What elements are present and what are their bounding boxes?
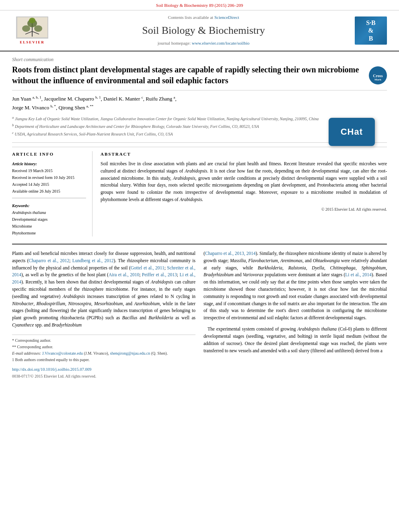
footnotes: * Corresponding author. ** Corresponding…	[12, 335, 195, 380]
crossmark-svg: Cross Mark	[371, 68, 385, 82]
authors-line: Jun Yuan a, b, 1, Jacqueline M. Chaparro…	[12, 94, 387, 112]
ref-gottel2011[interactable]: Gottel et al., 2011	[131, 265, 165, 270]
journal-right-logo: S·B&B	[355, 16, 387, 45]
affil-b-text: Department of Horticulture and Landscape…	[15, 124, 259, 129]
sbb-logo-letters: S·B&B	[366, 19, 376, 42]
body-para-1: Plants and soil beneficial microbes inte…	[12, 250, 195, 329]
elsevier-tree-svg	[17, 17, 47, 37]
article-body: Short communication Roots from distinct …	[0, 56, 399, 380]
email-shen[interactable]: shenqirong@njau.edu.cn	[110, 351, 150, 355]
body-para-2: (Chaparro et al., 2013, 2014). Similarly…	[204, 250, 387, 322]
received-date: Received 19 March 2015	[12, 167, 86, 174]
ref-peiffer2013[interactable]: Peiffer et al., 2013	[142, 272, 177, 277]
article-type-label: Short communication	[12, 56, 387, 63]
keyword-4: Phytohormone	[12, 230, 86, 236]
affil-c-text: USDA, Agricultural Research Services, So…	[15, 132, 173, 137]
main-col-right: (Chaparro et al., 2013, 2014). Similarly…	[204, 250, 387, 380]
journal-ref-text: Soil Biology & Biochemistry 89 (2015) 20…	[156, 3, 243, 8]
homepage-anchor[interactable]: www.elsevier.com/locate/soilbio	[192, 41, 249, 45]
svg-point-3	[22, 25, 30, 32]
elsevier-text-label: ELSEVIER	[20, 40, 45, 45]
svg-text:Mark: Mark	[374, 78, 381, 81]
available-online: Available online 26 July 2015	[12, 188, 86, 195]
article-history: Article history: Received 19 March 2015 …	[12, 160, 86, 198]
ref-aira2010[interactable]: Aira et al., 2010	[109, 272, 139, 277]
ref-li2014b[interactable]: Li et al., 2014	[345, 272, 372, 277]
main-col-left: Plants and soil beneficial microbes inte…	[12, 250, 195, 380]
homepage-prefix: journal homepage:	[158, 41, 192, 45]
journal-homepage: journal homepage: www.elsevier.com/locat…	[52, 40, 355, 46]
keyword-3: Microbiome	[12, 223, 86, 230]
ref-chaparro2013[interactable]: Chaparro et al., 2013, 2014	[205, 251, 256, 256]
abstract-heading: ABSTRACT	[101, 151, 387, 157]
svg-text:Cross: Cross	[373, 74, 383, 78]
history-label: Article history:	[12, 160, 86, 167]
sciencedirect-link: Contents lists available at ScienceDirec…	[52, 14, 355, 21]
footnote-emails: E-mail addresses: J.Vivanco@colostate.ed…	[12, 350, 195, 357]
doi-line: http://dx.doi.org/10.1016/j.soilbio.2015…	[12, 366, 195, 373]
keywords-section: Keywords: Arabidopsis thaliana Developme…	[12, 202, 86, 236]
article-info-abstract-section: ARTICLE INFO Article history: Received 1…	[12, 147, 387, 236]
affil-a-text: Jiangsu Key Lab of Organic Solid Waste U…	[15, 117, 319, 121]
body-para-3: The experimental system consisted of gro…	[204, 326, 387, 354]
abstract-text: Soil microbes live in close association …	[101, 160, 387, 203]
footnote-corresponding1: * Corresponding author.	[12, 337, 195, 344]
received-revised: Received in revised form 10 July 2015	[12, 174, 86, 181]
issn-line: 0038-0717/© 2015 Elsevier Ltd. All right…	[12, 373, 195, 380]
svg-point-4	[34, 25, 42, 32]
keyword-1: Arabidopsis thaliana	[12, 209, 86, 216]
article-title: Roots from distinct plant developmental …	[12, 64, 365, 86]
journal-header: ELSEVIER Contents lists available at Sci…	[0, 10, 399, 51]
journal-title: Soil Biology & Biochemistry	[52, 23, 355, 38]
keywords-label: Keywords:	[12, 202, 86, 209]
journal-center: Contents lists available at ScienceDirec…	[52, 14, 355, 46]
crossmark-badge: Cross Mark	[369, 66, 387, 84]
keyword-2: Developmental stages	[12, 216, 86, 223]
svg-point-5	[29, 18, 35, 23]
doi-link[interactable]: http://dx.doi.org/10.1016/j.soilbio.2015…	[12, 367, 91, 372]
abstract-column: ABSTRACT Soil microbes live in close ass…	[101, 151, 387, 236]
email-vivanco[interactable]: J.Vivanco@colostate.edu	[42, 351, 83, 355]
sciencedirect-anchor[interactable]: ScienceDirect	[214, 15, 239, 20]
footnote-equal-contrib: 1 Both authors contributed equally to th…	[12, 357, 195, 363]
main-body: Plants and soil beneficial microbes inte…	[12, 244, 387, 380]
footnote-corresponding2: ** Corresponding author.	[12, 344, 195, 350]
ref-lundberg2012[interactable]: Lundberg et al., 2012	[72, 258, 114, 263]
page: Soil Biology & Biochemistry 89 (2015) 20…	[0, 0, 399, 392]
sciencedirect-prefix: Contents lists available at	[168, 15, 214, 20]
elsevier-logo-image	[16, 16, 48, 39]
ref-chaparro2012[interactable]: Chaparro et al., 2012	[29, 258, 69, 263]
accepted-date: Accepted 14 July 2015	[12, 181, 86, 188]
copyright-text: © 2015 Elsevier Ltd. All rights reserved…	[101, 207, 387, 212]
article-title-section: Roots from distinct plant developmental …	[12, 64, 387, 90]
journal-reference: Soil Biology & Biochemistry 89 (2015) 20…	[0, 0, 399, 10]
article-info-heading: ARTICLE INFO	[12, 151, 86, 157]
elsevier-logo: ELSEVIER	[12, 16, 52, 45]
article-info-column: ARTICLE INFO Article history: Received 1…	[12, 151, 93, 236]
chat-button[interactable]: CHat	[329, 118, 375, 146]
